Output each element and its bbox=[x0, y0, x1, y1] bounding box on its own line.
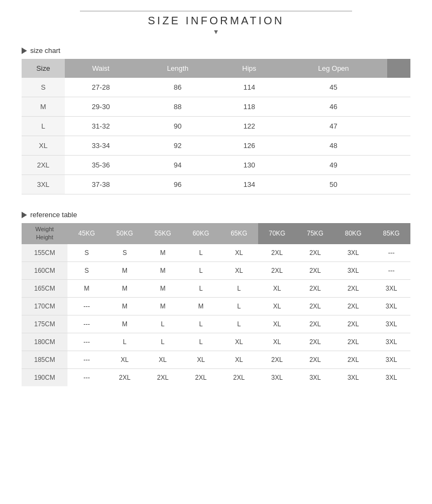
table-cell: 180CM bbox=[22, 333, 68, 351]
table-cell: L bbox=[182, 279, 220, 297]
table-cell: 118 bbox=[219, 97, 280, 117]
table-cell: L bbox=[144, 315, 182, 333]
table-cell: 46 bbox=[280, 97, 387, 117]
table-cell: 37-38 bbox=[65, 175, 137, 194]
table-cell: XL bbox=[182, 351, 220, 368]
table-cell: 47 bbox=[280, 117, 387, 136]
table-cell: L bbox=[220, 315, 258, 333]
table-cell: 170CM bbox=[22, 297, 68, 315]
table-cell: 94 bbox=[137, 156, 218, 175]
col-75kg: 75KG bbox=[296, 223, 334, 244]
table-cell: S bbox=[106, 244, 144, 262]
reference-table: WeightHeight 45KG 50KG 55KG 60KG 65KG 70… bbox=[22, 223, 410, 386]
table-cell: --- bbox=[372, 261, 410, 279]
triangle-icon bbox=[22, 48, 27, 54]
table-cell: 2XL bbox=[296, 315, 334, 333]
table-row: 2XL35-369413049 bbox=[22, 156, 410, 175]
size-chart-label-text: size chart bbox=[30, 46, 60, 55]
col-60kg: 60KG bbox=[182, 223, 220, 244]
table-cell: 48 bbox=[280, 136, 387, 156]
table-cell: XL bbox=[220, 244, 258, 262]
table-cell: L bbox=[182, 244, 220, 262]
table-cell: 2XL bbox=[296, 333, 334, 351]
table-cell: XL bbox=[258, 315, 296, 333]
table-row: L31-329012247 bbox=[22, 117, 410, 136]
page-title: SIZE INFORMATION bbox=[22, 15, 410, 27]
table-cell: M bbox=[106, 279, 144, 297]
table-cell: 2XL bbox=[296, 261, 334, 279]
reference-table-label-text: reference table bbox=[30, 211, 77, 219]
table-cell bbox=[387, 175, 410, 194]
table-cell: 2XL bbox=[334, 279, 373, 297]
col-waist: Waist bbox=[65, 59, 137, 78]
table-cell bbox=[387, 117, 410, 136]
table-cell: 27-28 bbox=[65, 78, 137, 97]
table-cell: 175CM bbox=[22, 315, 68, 333]
table-cell: XL bbox=[258, 333, 296, 351]
table-cell: 86 bbox=[137, 78, 218, 97]
table-cell: 114 bbox=[219, 78, 280, 97]
col-size: Size bbox=[22, 59, 65, 78]
table-cell: 2XL bbox=[258, 351, 296, 368]
table-cell: 31-32 bbox=[65, 117, 137, 136]
table-row: 160CMSMMLXL2XL2XL3XL--- bbox=[22, 261, 410, 279]
col-leg-open: Leg Open bbox=[280, 59, 387, 78]
col-hips: Hips bbox=[219, 59, 280, 78]
size-chart-header-row: Size Waist Length Hips Leg Open bbox=[22, 59, 410, 78]
table-cell: L bbox=[106, 333, 144, 351]
table-cell: 50 bbox=[280, 175, 387, 194]
table-cell: 3XL bbox=[372, 297, 410, 315]
col-85kg: 85KG bbox=[372, 223, 410, 244]
triangle-icon-2 bbox=[22, 212, 27, 218]
table-cell: M bbox=[106, 297, 144, 315]
table-cell: L bbox=[182, 261, 220, 279]
table-cell: 29-30 bbox=[65, 97, 137, 117]
table-cell: 2XL bbox=[22, 156, 65, 175]
header-section: SIZE INFORMATION ▼ bbox=[22, 11, 410, 36]
ref-header-row: WeightHeight 45KG 50KG 55KG 60KG 65KG 70… bbox=[22, 223, 410, 244]
col-extra bbox=[387, 59, 410, 78]
table-cell: XL bbox=[220, 351, 258, 368]
size-chart-label: size chart bbox=[22, 46, 410, 55]
table-cell: 33-34 bbox=[65, 136, 137, 156]
table-cell: 126 bbox=[219, 136, 280, 156]
table-cell: 3XL bbox=[372, 351, 410, 368]
table-cell: L bbox=[220, 297, 258, 315]
col-65kg: 65KG bbox=[220, 223, 258, 244]
col-80kg: 80KG bbox=[334, 223, 373, 244]
table-cell: 2XL bbox=[258, 244, 296, 262]
table-cell: XL bbox=[258, 279, 296, 297]
table-cell: 3XL bbox=[296, 368, 334, 386]
table-cell: 96 bbox=[137, 175, 218, 194]
table-row: 180CM---LLLXLXL2XL2XL3XL bbox=[22, 333, 410, 351]
table-cell: XL bbox=[106, 351, 144, 368]
table-cell: 2XL bbox=[334, 315, 373, 333]
table-row: XL33-349212648 bbox=[22, 136, 410, 156]
table-cell bbox=[387, 136, 410, 156]
table-row: 185CM---XLXLXLXL2XL2XL2XL3XL bbox=[22, 351, 410, 368]
table-cell: 3XL bbox=[372, 333, 410, 351]
table-cell: XL bbox=[220, 261, 258, 279]
table-cell: S bbox=[68, 244, 106, 262]
table-cell: M bbox=[106, 261, 144, 279]
table-cell: 3XL bbox=[258, 368, 296, 386]
table-cell: M bbox=[144, 261, 182, 279]
header-arrow: ▼ bbox=[22, 28, 410, 36]
table-cell: M bbox=[68, 279, 106, 297]
table-cell: 160CM bbox=[22, 261, 68, 279]
table-row: 175CM---MLLLXL2XL2XL3XL bbox=[22, 315, 410, 333]
table-row: S27-288611445 bbox=[22, 78, 410, 97]
table-cell: --- bbox=[68, 351, 106, 368]
table-cell: L bbox=[182, 333, 220, 351]
table-cell: 35-36 bbox=[65, 156, 137, 175]
table-cell: L bbox=[182, 315, 220, 333]
table-cell: --- bbox=[68, 315, 106, 333]
table-cell: 88 bbox=[137, 97, 218, 117]
table-cell: 2XL bbox=[106, 368, 144, 386]
table-cell bbox=[387, 97, 410, 117]
table-row: M29-308811846 bbox=[22, 97, 410, 117]
table-cell: M bbox=[22, 97, 65, 117]
table-cell: 45 bbox=[280, 78, 387, 97]
table-row: 3XL37-389613450 bbox=[22, 175, 410, 194]
weight-height-header: WeightHeight bbox=[22, 223, 68, 244]
